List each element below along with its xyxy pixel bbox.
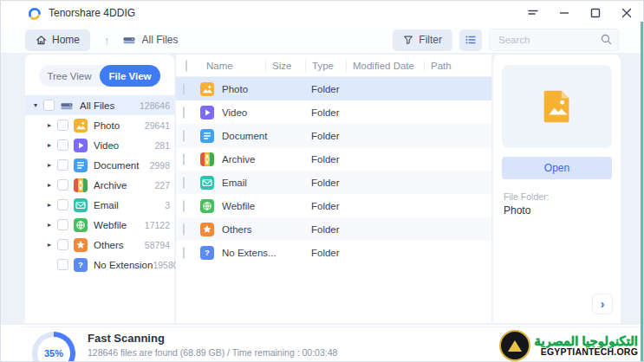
list-view-button[interactable] [459, 29, 482, 51]
tree-checkbox[interactable] [57, 199, 68, 210]
column-header-size[interactable]: Size [265, 60, 305, 72]
home-button[interactable]: Home [25, 29, 90, 51]
tree-item-webfile[interactable]: ▸Webfile17122 [25, 215, 174, 235]
row-checkbox[interactable] [183, 83, 185, 95]
select-all-checkbox[interactable] [185, 60, 187, 72]
tree-item-label: Document [94, 160, 139, 171]
breadcrumb[interactable]: All Files [122, 33, 179, 47]
open-button[interactable]: Open [502, 157, 612, 179]
next-page-button[interactable]: › [592, 294, 613, 314]
row-checkbox[interactable] [183, 223, 185, 236]
tree-checkbox[interactable] [57, 120, 68, 131]
sidebar-panel: Tree View File View ▾All Files128646▸Pho… [25, 55, 174, 323]
tree-item-archive[interactable]: ▸Archive227 [25, 175, 174, 195]
app-window: Tenorshare 4DDIG Home ↑ [0, 0, 644, 362]
home-icon [36, 35, 47, 46]
tree-expand-arrow-icon[interactable]: ▾ [30, 101, 41, 109]
row-type: Folder [305, 178, 346, 188]
search-box [489, 29, 619, 51]
table-row-others[interactable]: OthersFolder [176, 217, 491, 241]
tree-item-others[interactable]: ▸Others58794 [25, 235, 174, 255]
tree-item-photo[interactable]: ▸Photo29641 [25, 115, 174, 135]
tree-expand-arrow-icon[interactable]: ▸ [44, 121, 55, 129]
tree-item-video[interactable]: ▸Video281 [25, 135, 174, 155]
view-toggle: Tree View File View [39, 65, 160, 87]
row-checkbox[interactable] [183, 177, 185, 189]
up-arrow-icon[interactable]: ↑ [104, 34, 110, 47]
table-row-no-extens[interactable]: ?No Extens...Folder [176, 241, 491, 264]
table-row-archive[interactable]: ArchiveFolder [176, 147, 491, 171]
photo-file-icon [537, 87, 577, 126]
webfile-icon [74, 218, 88, 232]
row-checkbox[interactable] [183, 130, 185, 142]
archive-icon [74, 178, 88, 192]
tree-expand-arrow-icon[interactable]: ▸ [44, 221, 55, 229]
file-folder-value: Photo [504, 204, 621, 217]
table-row-document[interactable]: DocumentFolder [176, 124, 491, 147]
search-icon[interactable] [600, 33, 613, 46]
tree-item-count: 29641 [145, 120, 170, 131]
preview-panel: Open File Folder: Photo › [493, 55, 621, 323]
row-name: Document [222, 131, 267, 141]
row-name: Photo [222, 84, 248, 94]
email-icon [200, 176, 214, 190]
close-icon[interactable] [621, 7, 633, 19]
scan-progress-ring: 35% [32, 332, 75, 361]
table-header: Name Size Type Modified Date Path [176, 55, 491, 77]
tree-item-count: 227 [154, 180, 170, 191]
list-view-icon [465, 34, 477, 46]
table-row-video[interactable]: VideoFolder [176, 100, 491, 124]
tree-item-all-files[interactable]: ▾All Files128646 [25, 95, 174, 115]
tree-expand-arrow-icon[interactable]: ▸ [44, 161, 55, 169]
row-checkbox[interactable] [183, 107, 185, 119]
column-header-modified[interactable]: Modified Date [346, 60, 424, 72]
row-checkbox[interactable] [183, 247, 185, 259]
app-logo-icon [27, 6, 42, 21]
scan-progress-value: 35% [37, 337, 70, 361]
tree-expand-arrow-icon[interactable]: ▸ [44, 241, 55, 249]
tree-item-count: 58794 [145, 240, 170, 250]
filter-icon [403, 35, 413, 45]
tree-item-document[interactable]: ▸Document2998 [25, 155, 174, 175]
row-checkbox[interactable] [183, 153, 185, 165]
preview-card [502, 65, 612, 148]
tree-item-label: No Extension [94, 260, 153, 270]
tree-item-no-extension[interactable]: ?No Extension19580 [25, 255, 174, 275]
tab-file-view[interactable]: File View [100, 65, 160, 87]
file-tree: ▾All Files128646▸Photo29641▸Video281▸Doc… [25, 95, 174, 275]
webfile-icon [200, 199, 214, 213]
tree-expand-arrow-icon[interactable]: ▸ [44, 181, 55, 189]
tree-item-email[interactable]: ▸Email3 [25, 195, 174, 215]
filter-button[interactable]: Filter [393, 29, 452, 51]
menu-icon[interactable] [527, 7, 539, 19]
table-row-photo[interactable]: PhotoFolder [176, 77, 491, 100]
tree-item-count: 2998 [150, 160, 170, 171]
tree-item-count: 3 [165, 200, 170, 210]
column-header-name[interactable]: Name [200, 61, 265, 71]
tree-expand-arrow-icon[interactable]: ▸ [44, 201, 55, 209]
tree-checkbox[interactable] [57, 259, 68, 270]
tree-item-label: Archive [94, 180, 127, 191]
minimize-icon[interactable] [558, 7, 570, 19]
tree-checkbox[interactable] [57, 219, 68, 230]
tree-checkbox[interactable] [57, 139, 68, 151]
row-name: No Extens... [222, 248, 276, 258]
column-header-type[interactable]: Type [305, 60, 346, 72]
titlebar: Tenorshare 4DDIG [1, 1, 643, 25]
tree-checkbox[interactable] [57, 239, 68, 250]
row-type: Folder [305, 201, 346, 211]
row-checkbox[interactable] [183, 200, 185, 212]
tree-item-label: Email [94, 200, 119, 210]
drive-icon [60, 99, 74, 113]
table-row-email[interactable]: EmailFolder [176, 171, 491, 194]
maximize-icon[interactable] [589, 7, 602, 19]
tree-expand-arrow-icon[interactable]: ▸ [44, 141, 55, 149]
tree-checkbox[interactable] [43, 100, 55, 111]
tree-checkbox[interactable] [57, 159, 68, 171]
table-row-webfile[interactable]: WebfileFolder [176, 194, 491, 217]
tree-checkbox[interactable] [57, 179, 68, 191]
row-name: Others [222, 224, 252, 235]
tree-item-label: Photo [94, 120, 120, 131]
column-header-path[interactable]: Path [424, 60, 491, 72]
tab-tree-view[interactable]: Tree View [39, 65, 100, 87]
